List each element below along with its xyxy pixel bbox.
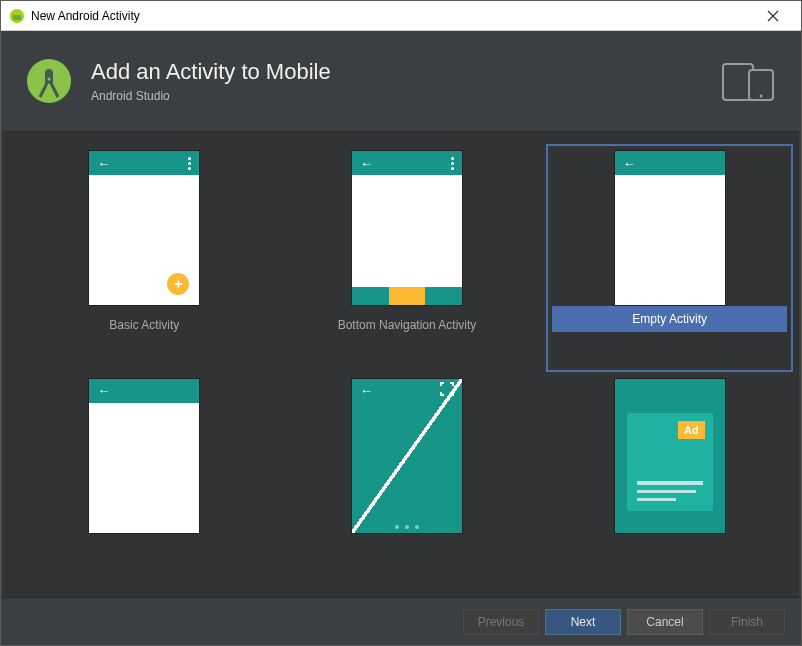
template-thumb: ← <box>351 150 463 306</box>
close-icon[interactable] <box>753 2 793 30</box>
fab-icon: + <box>167 273 189 295</box>
template-thumb: ← + <box>88 150 200 306</box>
ad-badge: Ad <box>678 421 705 439</box>
window-title: New Android Activity <box>31 9 140 23</box>
template-thumb: ← <box>351 378 463 534</box>
page-title: Add an Activity to Mobile <box>91 59 703 85</box>
template-gallery[interactable]: ← + Basic Activity ← Botto <box>21 144 797 585</box>
previous-button: Previous <box>463 609 539 635</box>
android-studio-icon <box>9 8 25 24</box>
dialog-window: New Android Activity Add an Activity to … <box>0 0 802 646</box>
back-arrow-icon: ← <box>623 156 636 171</box>
template-fullscreen-activity[interactable]: ← <box>284 372 531 586</box>
back-arrow-icon: ← <box>97 156 110 171</box>
titlebar: New Android Activity <box>1 1 801 31</box>
back-arrow-icon: ← <box>97 383 110 398</box>
template-label <box>290 534 525 556</box>
template-label <box>552 534 787 556</box>
devices-icon <box>721 60 777 102</box>
template-label: Empty Activity <box>552 306 787 332</box>
template-basic-activity[interactable]: ← + Basic Activity <box>21 144 268 372</box>
template-bottom-navigation-activity[interactable]: ← Bottom Navigation Activity <box>284 144 531 372</box>
wizard-footer: Previous Next Cancel Finish <box>1 597 801 645</box>
svg-point-7 <box>760 95 763 98</box>
template-thumb: ← <box>614 150 726 306</box>
template-label: Basic Activity <box>27 306 262 342</box>
svg-rect-1 <box>13 15 21 20</box>
cancel-button[interactable]: Cancel <box>627 609 703 635</box>
overflow-icon <box>451 157 454 170</box>
template-label: Bottom Navigation Activity <box>290 306 525 342</box>
bottomnav-icon <box>352 287 462 305</box>
template-row2-col1[interactable]: ← <box>21 372 268 586</box>
page-subtitle: Android Studio <box>91 89 703 103</box>
template-thumb: ← <box>88 378 200 534</box>
template-thumb: Ad <box>614 378 726 534</box>
finish-button: Finish <box>709 609 785 635</box>
next-button[interactable]: Next <box>545 609 621 635</box>
overflow-icon <box>188 157 191 170</box>
pager-dots-icon <box>352 525 462 529</box>
template-label <box>27 534 262 556</box>
template-admob-activity[interactable]: Ad <box>546 372 793 586</box>
wizard-header: Add an Activity to Mobile Android Studio <box>1 31 801 131</box>
svg-point-4 <box>48 78 51 81</box>
android-studio-logo-icon <box>25 57 73 105</box>
template-gallery-container: ← + Basic Activity ← Botto <box>3 131 799 597</box>
back-arrow-icon: ← <box>360 156 373 171</box>
template-empty-activity[interactable]: ← Empty Activity <box>546 144 793 372</box>
